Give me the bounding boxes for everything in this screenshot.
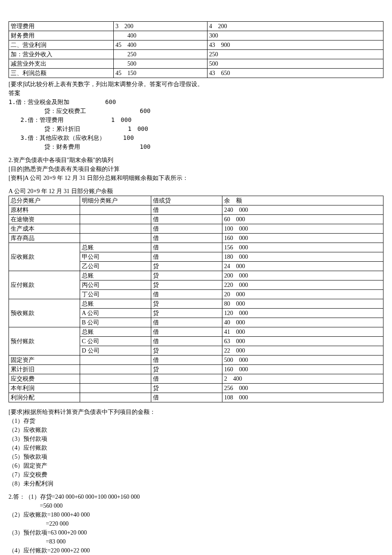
section2-material: [资料]A 公司 20×9 年 12 月 31 日部分总账和明细账余额如下表所示…: [9, 173, 383, 182]
cell-value: 45 400: [114, 40, 208, 50]
cell-account: 库存商品: [9, 234, 80, 243]
table-row: 加：营业外收入 250250: [9, 50, 383, 59]
cell-account: 生产成本: [9, 224, 80, 234]
cell-detail: [80, 374, 151, 384]
table-row: 原材料借240 000: [9, 205, 383, 215]
cell-drcr: 借: [151, 318, 222, 327]
cell-amount: 60 000: [222, 215, 383, 224]
table-row: 本年利润贷256 000: [9, 384, 383, 393]
table2-title: A 公司 20×9 年 12 月 31 日部分账户余额: [9, 187, 383, 196]
journal-entry-line: 贷：财务费用 100: [9, 142, 383, 151]
cell-amount: 20 000: [222, 290, 383, 299]
cell-detail: [80, 215, 151, 224]
answer-label: 答案: [9, 89, 383, 98]
cell-drcr: 借: [151, 243, 222, 252]
cell-amount: 2 400: [222, 374, 383, 384]
cell-drcr: 贷: [151, 280, 222, 290]
cell-label: 三、利润总额: [9, 69, 114, 78]
req2-intro: [要求]根据所给资料计算资产负债表中下列项目的金额：: [9, 408, 383, 416]
cell-detail: 总账: [80, 271, 151, 280]
journal-entry-line: 贷：累计折旧 1 000: [9, 124, 383, 133]
cell-detail: [80, 365, 151, 374]
cell-amount: 22 000: [222, 346, 383, 356]
cell-amount: 256 000: [222, 384, 383, 393]
cell-account: 固定资产: [9, 356, 80, 365]
requirement-item: （4）应付账款: [9, 443, 383, 452]
cell-amount: 108 000: [222, 393, 383, 402]
cell-detail: [80, 356, 151, 365]
journal-entry-line: 3.借：其他应收款（应收利息） 100: [9, 133, 383, 142]
balance-table: 总分类账户明细分类账户借或贷余 额原材料借240 000在途物资借60 000生…: [9, 196, 383, 402]
table-header-cell: 借或贷: [151, 196, 222, 205]
cell-detail: 总账: [80, 327, 151, 337]
cell-amount: 120 000: [222, 309, 383, 318]
requirement-item: （2）应收账款: [9, 425, 383, 434]
cell-drcr: 借: [151, 337, 222, 346]
table-row: 利润分配借108 000: [9, 393, 383, 402]
requirement-item: （7）应交税费: [9, 470, 383, 479]
requirement-item: （8）未分配利润: [9, 479, 383, 488]
section2-purpose: [目的]熟悉资产负债表有关项目金额的计算: [9, 165, 383, 173]
cell-drcr: 贷: [151, 299, 222, 309]
cell-value: 3 200: [114, 22, 208, 31]
cell-detail: 丙公司: [80, 280, 151, 290]
answer-line: （4）应付账款=220 000+22 000: [9, 546, 383, 555]
cell-value: 43 900: [207, 40, 383, 50]
requirements2-section: [要求]根据所给资料计算资产负债表中下列项目的金额： （1）存货（2）应收账款（…: [9, 408, 383, 488]
cell-value: 400: [114, 31, 208, 40]
cell-drcr: 贷: [151, 309, 222, 318]
cell-detail: C 公司: [80, 337, 151, 346]
table-row: 库存商品借160 000: [9, 234, 383, 243]
cell-account: 在途物资: [9, 215, 80, 224]
cell-account: 原材料: [9, 205, 80, 215]
cell-detail: [80, 393, 151, 402]
requirement-text: [要求]试比较分析上表有关数字，列出期末调整分录。答案可作合理假设。: [9, 80, 383, 89]
cell-amount: 80 000: [222, 299, 383, 309]
table-row: 减营业外支出 500500: [9, 59, 383, 69]
cell-detail: [80, 234, 151, 243]
table-row: 在途物资借60 000: [9, 215, 383, 224]
table-row: 二、营业利润45 40043 900: [9, 40, 383, 50]
cell-account: 预付账款: [9, 327, 80, 356]
table-header-cell: 总分类账户: [9, 196, 80, 205]
cell-drcr: 贷: [151, 262, 222, 271]
cell-amount: 100 000: [222, 224, 383, 234]
cell-detail: D 公司: [80, 346, 151, 356]
cell-drcr: 借: [151, 393, 222, 402]
cell-amount: 40 000: [222, 318, 383, 327]
requirement-item: （3）预付款项: [9, 434, 383, 443]
cell-value: 4 200: [207, 22, 383, 31]
cell-amount: 500 000: [222, 356, 383, 365]
cell-drcr: 借: [151, 290, 222, 299]
cell-value: 500: [114, 59, 208, 69]
cell-value: 43 650: [207, 69, 383, 78]
table-row: 累计折旧贷160 000: [9, 365, 383, 374]
cell-detail: 丁公司: [80, 290, 151, 299]
journal-entry-line: 贷：应交税费工 600: [9, 107, 383, 116]
cell-amount: 156 000: [222, 243, 383, 252]
cell-detail: 总账: [80, 299, 151, 309]
cell-amount: 240 000: [222, 205, 383, 215]
cell-amount: 63 000: [222, 337, 383, 346]
cell-label: 减营业外支出: [9, 59, 114, 69]
cell-detail: 乙公司: [80, 262, 151, 271]
table-row: 应收账款总账借156 000: [9, 243, 383, 252]
cell-drcr: 借: [151, 252, 222, 262]
answer-line: =83 000: [9, 537, 383, 546]
cell-value: 250: [207, 50, 383, 59]
cell-detail: 甲公司: [80, 252, 151, 262]
answers2-section: 2.答：（1）存贷=240 000+60 000+100 000+160 000…: [9, 492, 383, 555]
cell-drcr: 借: [151, 215, 222, 224]
cell-amount: 41 000: [222, 327, 383, 337]
cell-drcr: 贷: [151, 384, 222, 393]
cell-account: 应收账款: [9, 243, 80, 271]
table-header-cell: 明细分类账户: [80, 196, 151, 205]
table-row: 预付账款总账借41 000: [9, 327, 383, 337]
answer-line: （3）预付款项=63 000+20 000: [9, 528, 383, 537]
cell-account: 本年利润: [9, 384, 80, 393]
journal-entry-line: 1.借：营业税金及附加 600: [9, 98, 383, 107]
section2-title: 2.资产负债表中各项目"期末余额"的填列: [9, 156, 383, 165]
table-row: 应交税费借2 400: [9, 374, 383, 384]
cell-account: 预收账款: [9, 299, 80, 327]
analysis-section: [要求]试比较分析上表有关数字，列出期末调整分录。答案可作合理假设。 答案 1.…: [9, 80, 383, 151]
